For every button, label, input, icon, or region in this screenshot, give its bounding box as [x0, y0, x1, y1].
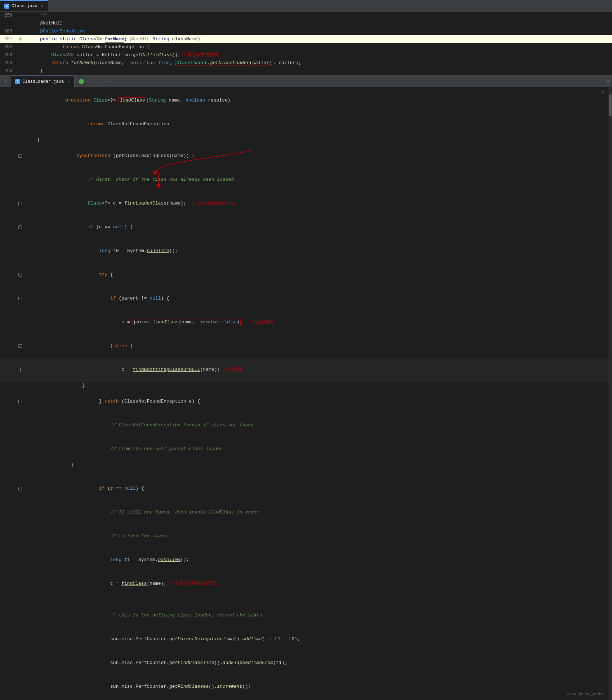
code-line-260: 260 @CallerSensitive: [0, 27, 612, 35]
top-close-area: ✕: [607, 79, 612, 84]
code-line-protected: protected Class<?> loadClass(String name…: [0, 89, 612, 112]
code-line-262: 262 throws ClassNotFoundException {: [0, 43, 612, 51]
tab-other-1[interactable]: ···: [48, 0, 113, 11]
lc-20: if (c == null) {: [24, 477, 611, 501]
code-line-bootstrap: | c = findBootstrapClassOrNull(name); //…: [0, 358, 612, 382]
fold-icon-12[interactable]: [18, 344, 22, 348]
top-code-area: 259 */ @NotNull 260 @CallerSensitive 261: [0, 12, 612, 75]
tab-other-label: ···: [53, 4, 60, 8]
code-line-throws: throws ClassNotFoundException: [0, 112, 612, 136]
close-icon-small: ✕: [4, 79, 7, 84]
code-line-comment1: // First, check if the class has already…: [0, 168, 612, 192]
code-line-t1: long t1 = System.nanoTime();: [0, 548, 612, 572]
line-content-265: }: [24, 67, 611, 75]
lc-5: // First, check if the class has already…: [24, 168, 611, 192]
code-line-if-null2: if (c == null) {: [0, 477, 612, 501]
g-15: [16, 400, 24, 403]
code-line-close-catch: }: [0, 461, 612, 469]
lc-29: sun.misc.PerfCounter.getFindClasses().in…: [24, 675, 611, 699]
code-line-empty1: [0, 469, 612, 477]
g-10: [16, 297, 24, 300]
line-num-262: 262: [1, 45, 16, 50]
scrollbar-thumb[interactable]: [609, 94, 612, 116]
code-line-sync: synchronized (getClassLoadingLock(name))…: [0, 144, 612, 168]
code-line-261: 261 @ public static Class<?> forName( @N…: [0, 35, 612, 43]
code-line-263: 263 Class<?> caller = Reflection.getCall…: [0, 51, 612, 59]
lc-15: } catch (ClassNotFoundException e) {: [24, 390, 611, 413]
line-content-261: public static Class<?> forName( @NonNls …: [24, 35, 611, 43]
lc-25: [24, 596, 611, 603]
line-content-notnull: @NotNull: [24, 19, 611, 27]
g-4: [16, 154, 24, 158]
code-line-if-null: if (c == null) {: [0, 215, 612, 239]
fold-icon-10[interactable]: [18, 297, 22, 300]
lc-18: }: [24, 461, 611, 469]
g-6: [16, 202, 24, 205]
code-line-else: } else {: [0, 334, 612, 358]
line-num-263: 263: [1, 53, 16, 58]
code-line-comment2: // ClassNotFoundException thrown if clas…: [0, 413, 612, 437]
gutter-261: @: [16, 37, 24, 42]
code-line-264: 264 return forName0(className, initializ…: [0, 59, 612, 67]
tab-class-java[interactable]: C Class.java ✕: [0, 0, 48, 11]
line-num-259: 259: [1, 13, 16, 18]
lc-1: protected Class<?> loadClass(String name…: [24, 89, 611, 112]
bottom-tab-bar: ✕ C ClassLoader.java ✕ ··· ··· ✕: [0, 76, 612, 87]
code-line-close-inner: }: [0, 699, 612, 700]
code-line-findloaded: Class<?> c = findLoadedClass(name); //去已…: [0, 192, 612, 215]
lc-22: // to find the class.: [24, 524, 611, 548]
g-13: |: [16, 367, 24, 373]
g-12: [16, 344, 24, 348]
lc-30: }: [24, 699, 611, 700]
fold-icon-7[interactable]: [18, 225, 22, 229]
fold-icon-9[interactable]: [18, 273, 22, 277]
lc-12: } else {: [24, 334, 611, 358]
tab-other-2-label: ···: [102, 79, 109, 84]
classloader-close-icon[interactable]: ✕: [67, 79, 70, 84]
vertical-scrollbar[interactable]: [608, 87, 612, 700]
fold-icon-4[interactable]: [18, 154, 22, 158]
window-close-icon[interactable]: ✕: [607, 79, 609, 84]
lc-4: synchronized (getClassLoadingLock(name))…: [24, 144, 611, 168]
lc-23: long t1 = System.nanoTime();: [24, 548, 611, 572]
lc-11: c = parent.loadClass(name, resolve: fals…: [24, 310, 611, 334]
code-line-notnull: @NotNull: [0, 19, 612, 27]
code-line-close-else: }: [0, 382, 612, 390]
g-20: [16, 487, 24, 490]
top-tab-bar: C Class.java ✕ ···: [0, 0, 612, 12]
fold-icon-15[interactable]: [18, 400, 22, 403]
lc-17: // from the non-null parent class loader: [24, 437, 611, 461]
code-line-comment5: // to find the class.: [0, 524, 612, 548]
line-content-260: @CallerSensitive: [24, 27, 611, 35]
lc-26: // this is the defining class loader; re…: [24, 603, 611, 627]
java-file-icon: C: [4, 4, 9, 9]
lc-3: {: [24, 136, 611, 144]
lc-16: // ClassNotFoundException thrown if clas…: [24, 413, 611, 437]
tab-label: Class.java: [12, 4, 37, 9]
code-line-t0: long t0 = System.nanoTime();: [0, 239, 612, 263]
tab-close-icon[interactable]: ✕: [41, 4, 44, 8]
code-line-perf1: sun.misc.PerfCounter.getParentDelegation…: [0, 627, 612, 651]
code-line-comment3: // from the non-null parent class loader: [0, 437, 612, 461]
code-line-259: 259 */: [0, 12, 612, 19]
code-line-comment4: // If still not found, then invoke findC…: [0, 501, 612, 524]
tab-other-bottom-2[interactable]: ···: [97, 76, 113, 87]
check-mark-icon: ✓: [601, 89, 605, 96]
lc-24: c = findClass(name); //父类找不到就自己找: [24, 572, 611, 596]
line-content-263: Class<?> caller = Reflection.getCallerCl…: [24, 51, 611, 59]
code-line-parent-load: c = parent.loadClass(name, resolve: fals…: [0, 310, 612, 334]
watermark: CSDN @CRUD_coder: [567, 692, 605, 696]
bottom-nav-left[interactable]: ✕: [0, 76, 11, 87]
lc-13: c = findBootstrapClassOrNull(name); //父类…: [24, 358, 611, 382]
tab-classloader-java[interactable]: C ClassLoader.java ✕: [11, 76, 75, 87]
code-line-try: try {: [0, 263, 612, 287]
g-9: [16, 273, 24, 277]
lc-10: if (parent != null) {: [24, 287, 611, 310]
code-line-perf2: sun.misc.PerfCounter.getFindClassTime().…: [0, 651, 612, 675]
fold-icon-20[interactable]: [18, 487, 22, 490]
tab-other-bottom-1[interactable]: ···: [75, 76, 97, 87]
fold-icon-6[interactable]: [18, 202, 22, 205]
classloader-tab-label: ClassLoader.java: [22, 79, 64, 84]
top-editor: C Class.java ✕ ··· 259 */ @NotNull: [0, 0, 612, 76]
line-num-264: 264: [1, 60, 16, 66]
